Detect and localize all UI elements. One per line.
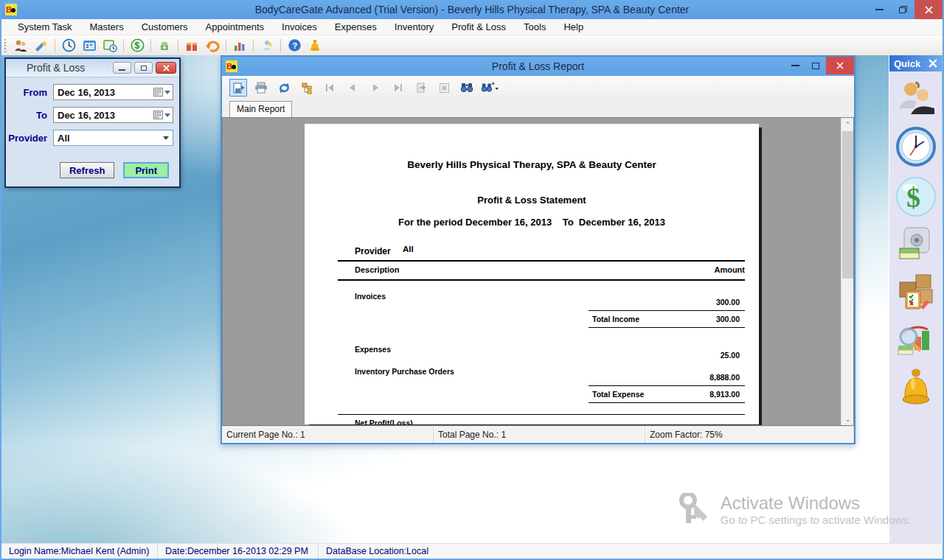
period-from: December 16, 2013 bbox=[465, 217, 552, 228]
appointments-icon[interactable] bbox=[895, 126, 937, 167]
report-vertical-scrollbar[interactable]: ⌃ ⌄ bbox=[841, 118, 853, 425]
expenses-icon[interactable] bbox=[895, 226, 937, 263]
dialog-close-button[interactable] bbox=[156, 62, 176, 74]
prev-page-icon[interactable] bbox=[344, 79, 361, 97]
menu-masters[interactable]: Masters bbox=[80, 19, 132, 35]
menu-help[interactable]: Help bbox=[555, 19, 592, 35]
report-close-button[interactable] bbox=[826, 57, 854, 74]
provider-select[interactable]: All bbox=[53, 130, 173, 146]
row-label: Invoices bbox=[355, 292, 386, 301]
report-titlebar: B Profit & Loss Report bbox=[222, 57, 854, 76]
reminder-icon[interactable] bbox=[306, 38, 324, 54]
restore-button[interactable] bbox=[891, 0, 914, 19]
clock-icon[interactable] bbox=[60, 38, 77, 54]
main-window: B BodyCareGate Advanced (Trial Version) … bbox=[0, 0, 944, 560]
quick-close-icon[interactable] bbox=[929, 59, 937, 68]
menu-system-task[interactable]: System Task bbox=[9, 19, 80, 35]
tab-main-report[interactable]: Main Report bbox=[229, 101, 292, 117]
titlebar: B BodyCareGate Advanced (Trial Version) … bbox=[1, 0, 943, 19]
toolbar-separator bbox=[55, 39, 55, 52]
inventory-icon[interactable] bbox=[895, 272, 937, 312]
row-label: Net Profit(Loss) bbox=[355, 419, 413, 424]
menu-customers[interactable]: Customers bbox=[133, 19, 197, 35]
row-label: Total Income bbox=[592, 315, 639, 323]
key-icon bbox=[679, 493, 710, 527]
appointments-icon[interactable] bbox=[80, 38, 98, 54]
report-rule bbox=[589, 402, 745, 403]
help-icon[interactable]: ? bbox=[285, 38, 303, 54]
watermark-title: Activate Windows bbox=[721, 493, 912, 514]
report-provider-label: Provider bbox=[355, 246, 391, 256]
report-provider-value: All bbox=[403, 245, 414, 253]
from-date-input[interactable]: Dec 16, 2013 bbox=[53, 84, 173, 100]
scrollbar-thumb[interactable] bbox=[842, 131, 853, 279]
refresh-button[interactable]: Refresh bbox=[60, 162, 114, 178]
menu-expenses[interactable]: Expenses bbox=[326, 19, 386, 35]
report-rule bbox=[589, 310, 745, 311]
minimize-button[interactable] bbox=[867, 0, 891, 19]
reports-icon[interactable] bbox=[895, 321, 937, 359]
menu-inventory[interactable]: Inventory bbox=[386, 19, 442, 35]
invoices-icon[interactable]: $ bbox=[128, 38, 146, 54]
masters-icon[interactable] bbox=[32, 38, 50, 54]
period-to-label: To bbox=[563, 217, 574, 228]
toolbar-grip[interactable] bbox=[4, 39, 7, 52]
group-tree-icon[interactable] bbox=[298, 79, 316, 97]
to-date-input[interactable]: Dec 16, 2013 bbox=[53, 107, 173, 123]
close-icon bbox=[163, 65, 170, 71]
goto-page-icon[interactable] bbox=[412, 79, 430, 97]
backup-icon[interactable] bbox=[258, 38, 276, 54]
inventory-icon[interactable] bbox=[183, 38, 201, 54]
report-rule bbox=[338, 279, 745, 281]
dialog-titlebar: Profit & Loss bbox=[6, 59, 179, 77]
row-amount: 300.00 bbox=[651, 298, 740, 307]
report-rule bbox=[338, 414, 745, 415]
report-viewport: Beverly Hills Physical Therapy, SPA & Be… bbox=[222, 117, 854, 426]
svg-text:$: $ bbox=[906, 182, 920, 213]
undo-icon[interactable] bbox=[204, 38, 221, 54]
menu-appointments[interactable]: Appointments bbox=[197, 19, 274, 35]
close-button[interactable] bbox=[914, 0, 943, 19]
toolbar-separator bbox=[178, 39, 178, 52]
menubar: System Task Masters Customers Appointmen… bbox=[1, 19, 943, 35]
close-view-icon[interactable] bbox=[435, 79, 453, 97]
expenses-icon[interactable] bbox=[156, 38, 173, 54]
report-rule bbox=[589, 327, 745, 328]
reminders-icon[interactable] bbox=[895, 368, 937, 409]
report-statement-title: Profit & Loss Statement bbox=[305, 195, 759, 206]
last-page-icon[interactable] bbox=[389, 79, 407, 97]
menu-invoices[interactable]: Invoices bbox=[273, 19, 326, 35]
svg-text:?: ? bbox=[292, 41, 297, 50]
activate-windows-watermark: Activate Windows Go to PC settings to ac… bbox=[679, 493, 912, 527]
invoices-icon[interactable]: $ bbox=[895, 176, 937, 217]
col-amount: Amount bbox=[656, 265, 745, 274]
menu-profit-loss[interactable]: Profit & Loss bbox=[442, 19, 515, 35]
reports-icon[interactable] bbox=[231, 38, 249, 54]
dropdown-arrow-icon[interactable] bbox=[164, 91, 170, 94]
find-icon[interactable] bbox=[458, 79, 476, 97]
scroll-down-icon[interactable]: ⌄ bbox=[841, 413, 854, 425]
scroll-up-icon[interactable]: ⌃ bbox=[841, 118, 854, 130]
report-minimize-button[interactable] bbox=[785, 57, 805, 74]
to-label: To bbox=[6, 110, 53, 121]
customers-icon[interactable] bbox=[895, 80, 937, 117]
report-maximize-button[interactable] bbox=[805, 57, 826, 74]
dialog-title: Profit & Loss bbox=[27, 62, 85, 74]
to-date-value: Dec 16, 2013 bbox=[58, 110, 115, 121]
dialog-maximize-button[interactable] bbox=[134, 62, 153, 74]
toolbar-separator bbox=[280, 39, 281, 52]
zoom-factor-status: Zoom Factor: 75% bbox=[645, 427, 854, 443]
dropdown-arrow-icon[interactable] bbox=[164, 113, 170, 117]
schedule-icon[interactable] bbox=[101, 38, 119, 54]
next-page-icon[interactable] bbox=[367, 79, 384, 97]
first-page-icon[interactable] bbox=[321, 79, 339, 97]
print-button[interactable]: Print bbox=[123, 162, 169, 178]
print-icon[interactable] bbox=[252, 79, 270, 97]
calendar-icon bbox=[153, 111, 163, 119]
refresh-icon[interactable] bbox=[275, 79, 293, 97]
zoom-icon[interactable] bbox=[481, 79, 499, 97]
customers-icon[interactable] bbox=[12, 38, 30, 54]
menu-tools[interactable]: Tools bbox=[515, 19, 555, 35]
export-icon[interactable] bbox=[229, 79, 247, 97]
dialog-minimize-button[interactable] bbox=[113, 62, 131, 74]
